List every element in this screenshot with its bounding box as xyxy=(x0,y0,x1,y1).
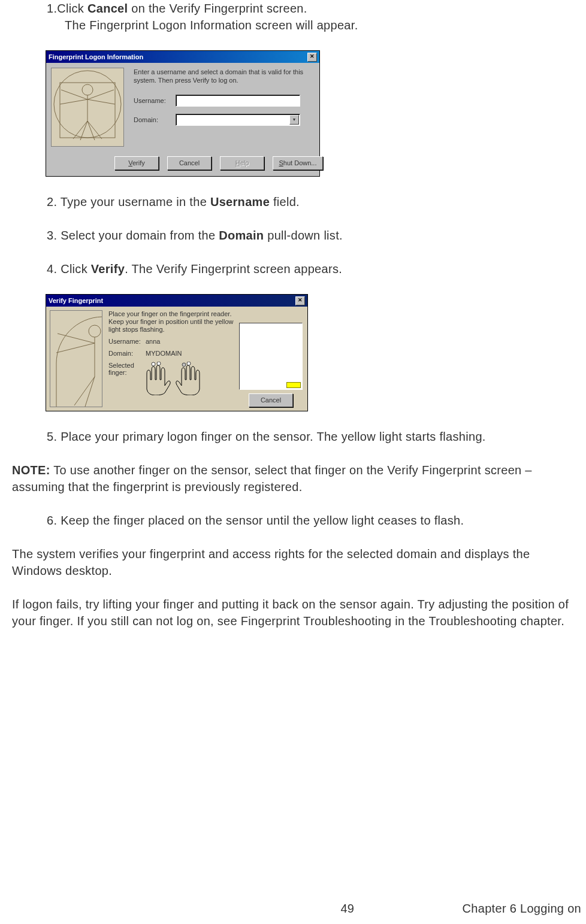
help-button: Help xyxy=(220,156,264,170)
svg-point-19 xyxy=(152,362,155,366)
svg-line-8 xyxy=(73,121,87,139)
verify-button[interactable]: Verify xyxy=(114,156,159,170)
svg-line-18 xyxy=(85,377,95,407)
dialog-title: Fingerprint Logon Information xyxy=(49,53,143,60)
step-5: 5. Place your primary logon finger on th… xyxy=(47,428,580,445)
yellow-light-indicator xyxy=(286,382,301,388)
dialog-title: Verify Fingerprint xyxy=(49,297,103,304)
shutdown-button[interactable]: Shut Down... xyxy=(273,156,323,170)
cancel-button[interactable]: Cancel xyxy=(167,156,212,170)
left-hand-icon[interactable] xyxy=(141,362,172,395)
verify-fingerprint-dialog: Verify Fingerprint ✕ Place your finger o… xyxy=(46,294,308,411)
body-paragraph: If logon fails, try lifting your finger … xyxy=(12,596,574,629)
step-4: 4. Click Verify. The Verify Fingerprint … xyxy=(47,260,580,277)
chevron-down-icon[interactable]: ▼ xyxy=(289,115,299,125)
domain-label: Domain: xyxy=(134,116,176,123)
step-number: 1. xyxy=(47,2,57,15)
svg-line-4 xyxy=(61,90,87,99)
step-6: 6. Keep the finger placed on the sensor … xyxy=(47,512,580,529)
cancel-button[interactable]: Cancel xyxy=(249,393,293,407)
close-icon[interactable]: ✕ xyxy=(295,296,305,305)
svg-line-17 xyxy=(74,377,95,405)
step-1: 1.Click Cancel on the Verify Fingerprint… xyxy=(47,0,580,34)
page-footer: 49 Chapter 6 Logging on xyxy=(0,902,586,916)
svg-point-2 xyxy=(82,84,93,95)
svg-line-16 xyxy=(56,343,95,353)
fingerprint-preview xyxy=(239,323,303,390)
username-label: Username: xyxy=(134,97,176,104)
note-paragraph: NOTE: To use another finger on the senso… xyxy=(12,462,574,495)
svg-point-20 xyxy=(157,362,161,365)
fingerprint-logon-dialog: Fingerprint Logon Information ✕ xyxy=(46,50,320,177)
username-input[interactable] xyxy=(176,95,300,107)
svg-line-7 xyxy=(87,99,115,104)
domain-dropdown[interactable] xyxy=(176,114,300,126)
svg-point-13 xyxy=(89,325,101,337)
domain-value: MYDOMAIN xyxy=(146,350,182,357)
chapter-title: Chapter 6 Logging on xyxy=(463,902,581,916)
username-value: anna xyxy=(146,338,160,345)
svg-point-22 xyxy=(187,362,191,365)
step-2: 2. Type your username in the Username fi… xyxy=(47,193,580,210)
dialog-instruction: Place your finger on the fingerprint rea… xyxy=(108,310,234,334)
right-hand-icon[interactable] xyxy=(174,362,206,395)
vitruvian-image xyxy=(51,68,124,147)
note-label: NOTE: xyxy=(12,463,50,477)
selected-finger-label: Selected finger: xyxy=(108,362,138,376)
username-label: Username: xyxy=(108,338,146,345)
svg-line-5 xyxy=(87,90,114,99)
svg-line-6 xyxy=(60,99,87,104)
svg-point-21 xyxy=(182,363,186,366)
close-icon[interactable]: ✕ xyxy=(307,53,317,62)
body-paragraph: The system verifies your fingerprint and… xyxy=(12,546,574,579)
step-3: 3. Select your domain from the Domain pu… xyxy=(47,227,580,244)
svg-line-15 xyxy=(58,334,95,343)
dialog-titlebar: Fingerprint Logon Information ✕ xyxy=(46,51,319,63)
dialog-instruction: Enter a username and select a domain tha… xyxy=(134,68,315,85)
page-number: 49 xyxy=(340,902,354,916)
svg-line-9 xyxy=(87,121,102,139)
vitruvian-image xyxy=(50,310,102,407)
dialog-titlebar: Verify Fingerprint ✕ xyxy=(46,295,307,307)
domain-label: Domain: xyxy=(108,350,146,357)
